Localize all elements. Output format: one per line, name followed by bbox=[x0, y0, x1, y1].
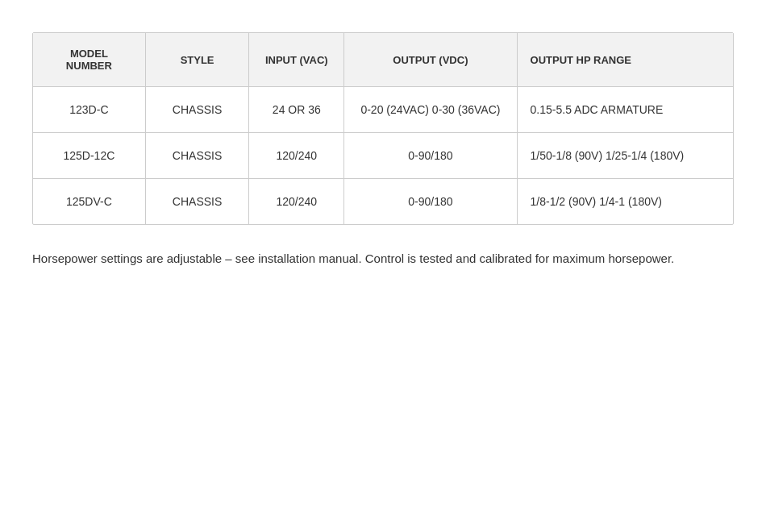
cell-style-1: CHASSIS bbox=[145, 87, 249, 133]
note-text: Horsepower settings are adjustable – see… bbox=[32, 249, 734, 268]
cell-style-2: CHASSIS bbox=[145, 133, 249, 179]
header-output-vdc: OUTPUT (VDC) bbox=[344, 33, 517, 87]
table-row: 125DV-C CHASSIS 120/240 0-90/180 1/8-1/2… bbox=[33, 179, 733, 225]
header-model-number: MODEL NUMBER bbox=[33, 33, 145, 87]
cell-input-1: 24 OR 36 bbox=[249, 87, 344, 133]
cell-output-hp-1: 0.15-5.5 ADC ARMATURE bbox=[517, 87, 733, 133]
cell-output-vdc-2: 0-90/180 bbox=[344, 133, 517, 179]
product-table-wrapper: MODEL NUMBER STYLE INPUT (VAC) OUTPUT (V… bbox=[32, 32, 734, 225]
table-header-row: MODEL NUMBER STYLE INPUT (VAC) OUTPUT (V… bbox=[33, 33, 733, 87]
product-table: MODEL NUMBER STYLE INPUT (VAC) OUTPUT (V… bbox=[33, 33, 733, 224]
header-output-hp-range: OUTPUT HP RANGE bbox=[517, 33, 733, 87]
cell-input-3: 120/240 bbox=[249, 179, 344, 225]
cell-style-3: CHASSIS bbox=[145, 179, 249, 225]
cell-model-1: 123D-C bbox=[33, 87, 145, 133]
header-input-vac: INPUT (VAC) bbox=[249, 33, 344, 87]
cell-output-hp-2: 1/50-1/8 (90V) 1/25-1/4 (180V) bbox=[517, 133, 733, 179]
header-style: STYLE bbox=[145, 33, 249, 87]
table-row: 123D-C CHASSIS 24 OR 36 0-20 (24VAC) 0-3… bbox=[33, 87, 733, 133]
cell-model-2: 125D-12C bbox=[33, 133, 145, 179]
cell-model-3: 125DV-C bbox=[33, 179, 145, 225]
cell-output-hp-3: 1/8-1/2 (90V) 1/4-1 (180V) bbox=[517, 179, 733, 225]
cell-output-vdc-3: 0-90/180 bbox=[344, 179, 517, 225]
table-row: 125D-12C CHASSIS 120/240 0-90/180 1/50-1… bbox=[33, 133, 733, 179]
cell-input-2: 120/240 bbox=[249, 133, 344, 179]
cell-output-vdc-1: 0-20 (24VAC) 0-30 (36VAC) bbox=[344, 87, 517, 133]
